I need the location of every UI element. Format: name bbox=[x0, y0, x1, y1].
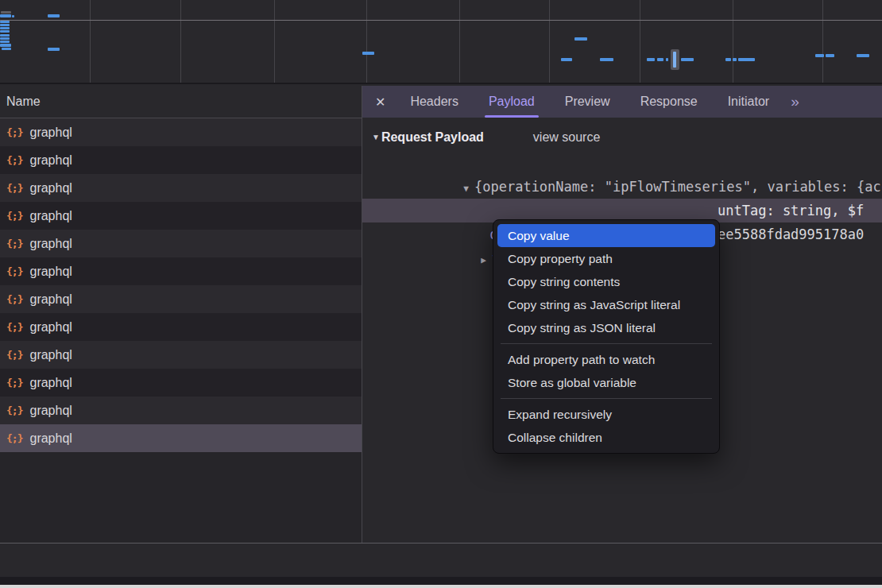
menu-separator bbox=[501, 343, 712, 344]
request-name-label: graphql bbox=[29, 126, 72, 140]
request-row[interactable]: {;}graphql bbox=[0, 341, 362, 369]
timeline-bar bbox=[0, 41, 10, 43]
request-row[interactable]: {;}graphql bbox=[0, 174, 362, 202]
more-tabs-icon[interactable]: » bbox=[791, 93, 799, 110]
timeline-bar bbox=[815, 54, 824, 57]
timeline-bar bbox=[362, 52, 374, 55]
timeline-gridline bbox=[366, 0, 367, 83]
json-request-icon: {;} bbox=[6, 126, 22, 138]
tab-preview[interactable]: Preview bbox=[565, 86, 610, 118]
request-row[interactable]: {;}graphql bbox=[0, 230, 362, 257]
timeline-gridline bbox=[822, 0, 823, 83]
request-row[interactable]: {;}graphql bbox=[0, 313, 362, 341]
request-name-label: graphql bbox=[29, 376, 72, 390]
timeline-gridline bbox=[180, 0, 181, 83]
request-row[interactable]: {;}graphql bbox=[0, 146, 362, 174]
timeline-bar bbox=[0, 27, 10, 29]
request-name-label: graphql bbox=[29, 320, 72, 335]
request-row[interactable]: {;}graphql bbox=[0, 118, 362, 146]
json-request-icon: {;} bbox=[6, 154, 22, 166]
menu-item[interactable]: Copy string as JSON literal bbox=[497, 316, 715, 339]
requests-panel: Name {;}graphql{;}graphql{;}graphql{;}gr… bbox=[0, 86, 362, 543]
tab-headers[interactable]: Headers bbox=[410, 86, 458, 118]
devtools-network-window: Name {;}graphql{;}graphql{;}graphql{;}gr… bbox=[0, 0, 882, 588]
menu-separator bbox=[501, 398, 712, 399]
timeline-bar bbox=[0, 37, 10, 40]
tab-payload[interactable]: Payload bbox=[489, 86, 535, 118]
request-name-label: graphql bbox=[29, 292, 72, 307]
tree-row-root[interactable]: ▼{operationName: "ipFlowTimeseries", var… bbox=[362, 151, 882, 175]
detail-tabs: HeadersPayloadPreviewResponseInitiator bbox=[395, 86, 784, 118]
timeline-gridline bbox=[90, 0, 91, 83]
request-row[interactable]: {;}graphql bbox=[0, 202, 362, 230]
timeline-bar bbox=[0, 30, 10, 33]
request-row[interactable]: {;}graphql bbox=[0, 285, 362, 313]
timeline-bar bbox=[857, 54, 869, 57]
tree-row-operation-name[interactable]: operationName: "ipFlowTimeseries" bbox=[362, 175, 882, 199]
close-icon[interactable]: ✕ bbox=[375, 95, 385, 110]
timeline-bar bbox=[657, 58, 663, 61]
timeline-bar bbox=[666, 58, 668, 61]
menu-item[interactable]: Copy value bbox=[497, 224, 715, 247]
bottom-divider bbox=[0, 543, 882, 544]
timeline-gridline bbox=[733, 0, 733, 83]
context-menu: Copy valueCopy property pathCopy string … bbox=[493, 219, 720, 454]
menu-item[interactable]: Copy property path bbox=[497, 247, 715, 270]
request-name-label: graphql bbox=[29, 181, 72, 195]
timeline-bar bbox=[0, 14, 11, 17]
window-bottom-edge bbox=[0, 585, 882, 588]
menu-item[interactable]: Copy string contents bbox=[497, 270, 715, 293]
timeline-bar bbox=[12, 15, 14, 17]
name-column-header[interactable]: Name bbox=[0, 86, 362, 118]
json-request-icon: {;} bbox=[6, 432, 22, 444]
menu-item[interactable]: Copy string as JavaScript literal bbox=[497, 293, 715, 316]
timeline-bar bbox=[725, 58, 731, 61]
json-request-icon: {;} bbox=[6, 182, 22, 194]
timeline-bar bbox=[826, 54, 834, 57]
request-name-label: graphql bbox=[29, 431, 72, 446]
detail-tab-bar: ✕ HeadersPayloadPreviewResponseInitiator… bbox=[362, 86, 882, 118]
bottom-dark-strip bbox=[0, 577, 882, 585]
request-name-label: graphql bbox=[29, 265, 72, 279]
json-request-icon: {;} bbox=[6, 349, 22, 361]
request-payload-section-header: ▼Request Payloadview source bbox=[372, 130, 882, 145]
timeline-bar bbox=[738, 58, 755, 61]
timeline-bar bbox=[0, 21, 10, 23]
timeline-bar bbox=[0, 44, 11, 47]
network-overview-timeline[interactable] bbox=[0, 0, 882, 84]
request-name-label: graphql bbox=[29, 237, 72, 251]
request-name-label: graphql bbox=[29, 209, 72, 223]
name-column-label: Name bbox=[6, 95, 41, 108]
json-request-icon: {;} bbox=[6, 265, 22, 277]
timeline-bar bbox=[733, 58, 737, 61]
timeline-bar bbox=[561, 58, 572, 61]
menu-item[interactable]: Add property path to watch bbox=[497, 348, 715, 371]
json-request-icon: {;} bbox=[6, 321, 22, 333]
timeline-gridline bbox=[274, 0, 275, 83]
timeline-bar bbox=[48, 48, 60, 51]
timeline-bar bbox=[1, 11, 11, 14]
request-row[interactable]: {;}graphql bbox=[0, 369, 362, 397]
timeline-marker-tick bbox=[673, 52, 676, 68]
menu-item[interactable]: Store as global variable bbox=[497, 371, 715, 394]
timeline-bar bbox=[2, 48, 11, 50]
menu-item[interactable]: Collapse children bbox=[497, 426, 715, 449]
expand-triangle-icon[interactable]: ▶ bbox=[481, 255, 486, 265]
request-row[interactable]: {;}graphql bbox=[0, 257, 362, 285]
request-name-label: graphql bbox=[29, 153, 72, 168]
json-request-icon: {;} bbox=[6, 293, 22, 305]
tab-response[interactable]: Response bbox=[640, 86, 698, 118]
view-source-link[interactable]: view source bbox=[533, 130, 600, 144]
timeline-band-divider bbox=[0, 20, 882, 21]
json-request-icon: {;} bbox=[6, 210, 22, 222]
timeline-gridline bbox=[640, 0, 640, 83]
timeline-bar bbox=[574, 37, 587, 41]
tab-initiator[interactable]: Initiator bbox=[728, 86, 769, 118]
menu-item[interactable]: Expand recursively bbox=[497, 403, 715, 426]
request-row[interactable]: {;}graphql bbox=[0, 397, 362, 424]
collapse-triangle-icon[interactable]: ▼ bbox=[372, 133, 380, 141]
request-row[interactable]: {;}graphql bbox=[0, 424, 362, 452]
request-list: {;}graphql{;}graphql{;}graphql{;}graphql… bbox=[0, 118, 362, 452]
timeline-gridline bbox=[549, 0, 550, 83]
timeline-bar bbox=[647, 58, 655, 61]
